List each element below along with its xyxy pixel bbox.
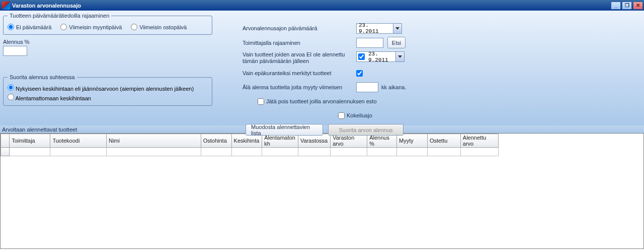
col-toimittaja[interactable]: Toimittaja xyxy=(10,134,50,148)
right-options: Arvonalennusajon päivämäärä 23. 9.2011 T… xyxy=(243,23,444,136)
search-button[interactable]: Etsi xyxy=(387,37,406,48)
col-ostohinta[interactable]: Ostohinta xyxy=(201,134,231,148)
no-sale-months-input[interactable] xyxy=(356,82,378,92)
date-filter-group: Tuotteen päivämäärätiedoilla rajaaminen … xyxy=(3,13,212,35)
radio-basis-original[interactable]: Alentamattomaan keskihintaan xyxy=(8,94,208,101)
cell[interactable] xyxy=(10,148,50,156)
run-date-picker[interactable]: 23. 9.2011 xyxy=(356,23,402,34)
products-grid[interactable]: ToimittajaTuotekoodiNimiOstohintaKeskihi… xyxy=(0,133,644,249)
radio-basis-current-input[interactable] xyxy=(8,84,14,91)
col-ostettu[interactable]: Ostettu xyxy=(427,134,460,148)
exclude-blocked-checkbox[interactable] xyxy=(258,98,264,105)
app-icon xyxy=(2,2,10,10)
cell[interactable] xyxy=(427,148,460,156)
title-bar: Varaston arvonalennusajo _ ❐ ✕ xyxy=(0,0,644,11)
obsolete-checkbox[interactable] xyxy=(356,70,363,77)
cell[interactable] xyxy=(460,148,498,156)
col-nimi[interactable]: Nimi xyxy=(106,134,201,148)
radio-last-purchase-input[interactable] xyxy=(131,24,137,30)
radio-last-purchase-label: Viimeisin ostopäivä xyxy=(139,24,187,30)
not-reduced-since-checkbox[interactable] xyxy=(358,53,365,60)
window-title: Varaston arvonalennusajo xyxy=(12,3,611,9)
test-run-checkbox[interactable] xyxy=(338,112,345,119)
cell[interactable] xyxy=(367,148,397,156)
radio-basis-original-input[interactable] xyxy=(8,94,14,100)
col-varastossa[interactable]: Varastossa xyxy=(298,134,330,148)
col-varaston-arvo[interactable]: Varaston arvo xyxy=(331,134,367,148)
cell[interactable] xyxy=(298,148,330,156)
not-reduced-since-value: 23. 9.2011 xyxy=(366,51,395,63)
basis-group: Suorita alennus suhteessa Nykyiseen kesk… xyxy=(3,74,212,106)
close-button[interactable]: ✕ xyxy=(633,2,643,10)
col-tuotekoodi[interactable]: Tuotekoodi xyxy=(50,134,107,148)
obsolete-label: Vain epäkuranteiksi merkityt tuotteet xyxy=(243,70,356,76)
run-reduction-button[interactable]: Suorita arvon alennus xyxy=(328,124,404,136)
radio-last-sale[interactable]: Viimeisin myyntipäivä xyxy=(60,24,122,30)
cell[interactable] xyxy=(201,148,231,156)
exclude-blocked[interactable]: Jätä pois tuotteet joilla arvonalennukse… xyxy=(258,98,377,105)
col-alennus-[interactable]: Alennus % xyxy=(367,134,397,148)
not-reduced-since-label: Vain tuotteet joiden arvoa EI ole alenne… xyxy=(243,51,356,65)
cell[interactable] xyxy=(397,148,428,156)
chevron-down-icon[interactable] xyxy=(395,52,404,61)
cell[interactable] xyxy=(231,148,262,156)
radio-basis-current[interactable]: Nykyiseen keskihintaan eli jäännösarvoon… xyxy=(8,84,208,92)
radio-last-purchase[interactable]: Viimeisin ostopäivä xyxy=(131,24,187,30)
test-run[interactable]: Kokeiluajo xyxy=(338,112,372,119)
radio-last-sale-input[interactable] xyxy=(60,24,67,30)
radio-basis-original-label: Alentamattomaan keskihintaan xyxy=(15,95,91,101)
radio-no-date-input[interactable] xyxy=(8,24,14,30)
exclude-blocked-label: Jätä pois tuotteet joilla arvonalennukse… xyxy=(266,98,377,104)
not-reduced-since-picker[interactable]: 23. 9.2011 xyxy=(356,51,405,62)
maximize-button[interactable]: ❐ xyxy=(622,2,632,10)
supplier-input[interactable] xyxy=(356,38,383,48)
supplier-label: Toimittajalla rajaaminen xyxy=(243,40,356,46)
run-date-label: Arvonalennusajon päivämäärä xyxy=(243,25,356,31)
discount-input[interactable] xyxy=(3,46,27,56)
cell[interactable] xyxy=(106,148,201,156)
test-run-label: Kokeiluajo xyxy=(347,112,372,118)
radio-no-date[interactable]: Ei päivämäärä xyxy=(8,24,51,30)
col-myyty[interactable]: Myyty xyxy=(397,134,428,148)
cell[interactable] xyxy=(331,148,367,156)
cell[interactable] xyxy=(50,148,107,156)
col-alentamaton-kh[interactable]: Alentamaton kh xyxy=(262,134,298,148)
form-panel: Tuotteen päivämäärätiedoilla rajaaminen … xyxy=(0,11,644,125)
radio-basis-current-label: Nykyiseen keskihintaan eli jäännösarvoon… xyxy=(16,86,194,92)
no-sale-label-post: kk aikana. xyxy=(381,84,407,90)
date-filter-legend: Tuotteen päivämäärätiedoilla rajaaminen xyxy=(8,13,111,19)
col-alennettu-arvo[interactable]: Alennettu arvo xyxy=(460,134,498,148)
run-date-value: 23. 9.2011 xyxy=(357,22,393,34)
cell[interactable] xyxy=(262,148,298,156)
build-list-button[interactable]: Muodosta alennettavien lista xyxy=(246,124,323,136)
no-sale-label-pre: Älä alenna tuotteita joita myyty viimeis… xyxy=(243,84,356,90)
radio-last-sale-label: Viimeisin myyntipäivä xyxy=(69,24,122,30)
minimize-button[interactable]: _ xyxy=(611,2,621,10)
chevron-down-icon[interactable] xyxy=(393,24,401,33)
radio-no-date-label: Ei päivämäärä xyxy=(16,24,51,30)
col-keskihinta[interactable]: Keskihinta xyxy=(231,134,262,148)
basis-legend: Suorita alennus suhteessa xyxy=(8,74,77,80)
